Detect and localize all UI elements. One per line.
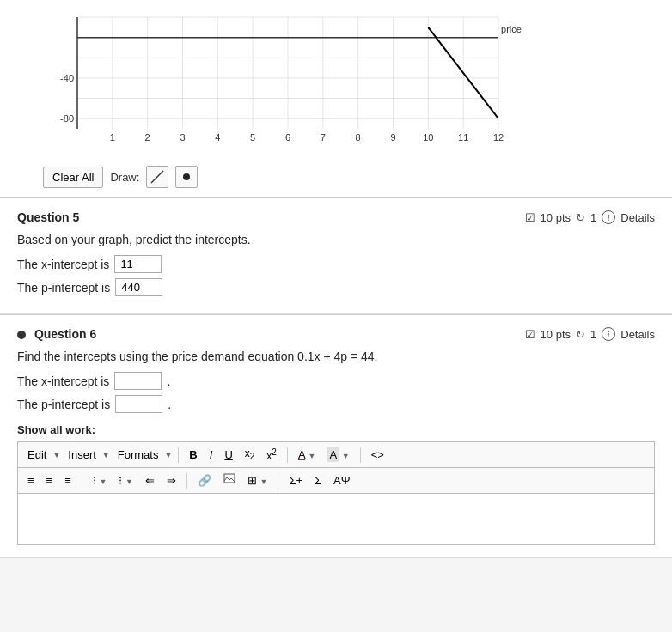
info-icon-5[interactable]: i — [602, 210, 615, 224]
retry-icon-5[interactable]: ↻ — [576, 211, 585, 224]
graph-canvas — [43, 9, 524, 155]
sep-6 — [278, 473, 278, 489]
line-icon — [150, 169, 165, 185]
superscript-button[interactable]: x2 — [262, 446, 281, 464]
highlight-chevron: ▼ — [342, 452, 350, 460]
dot-icon — [179, 169, 194, 185]
insert-button[interactable]: Insert — [64, 447, 101, 463]
sep-2 — [287, 447, 288, 463]
sep-5 — [186, 473, 187, 489]
sep-4 — [82, 473, 82, 489]
checkbox-icon-6: ☑ — [525, 328, 535, 341]
graph-controls: Clear All Draw: — [43, 166, 655, 188]
sigma-plus-button[interactable]: Σ+ — [284, 472, 307, 489]
toolbar-row-2: ≡ ≡ ≡ ⁝ ▼ ⁝ ▼ ⇐ ⇒ 🔗 ⊞ — [17, 468, 655, 494]
q6-p-period: . — [168, 398, 171, 411]
formats-chevron: ▼ — [164, 451, 172, 459]
bullet-list-icon: ⁝ — [93, 474, 96, 487]
toolbar-row-1: Edit ▼ Insert ▼ Formats ▼ B I U x2 x2 A … — [17, 441, 655, 468]
question-5-section: Question 5 ☑ 10 pts ↻ 1 i Details Based … — [0, 198, 672, 314]
q5-x-intercept-input[interactable] — [114, 255, 162, 273]
insert-group: Insert ▼ — [64, 447, 109, 463]
clear-all-button[interactable]: Clear All — [43, 167, 103, 188]
draw-line-tool[interactable] — [146, 166, 168, 188]
align-center-button[interactable]: ≡ — [42, 472, 58, 489]
bullet-list-button[interactable]: ⁝ ▼ — [89, 472, 112, 489]
image-button[interactable] — [219, 471, 240, 489]
font-color-button[interactable]: A ▼ — [294, 447, 321, 463]
link-button[interactable]: 🔗 — [193, 472, 216, 489]
edit-area[interactable] — [17, 494, 655, 545]
edit-group: Edit ▼ — [23, 447, 60, 463]
q5-p-intercept-label: The p-intercept is — [17, 281, 110, 295]
retry-count-5: 1 — [590, 211, 596, 224]
underline-button[interactable]: U — [220, 447, 236, 463]
question-6-title: Question 6 — [34, 327, 96, 341]
q5-x-intercept-row: The x-intercept is — [17, 255, 655, 273]
align-right-button[interactable]: ≡ — [60, 472, 76, 489]
q6-p-intercept-input[interactable] — [115, 395, 162, 413]
svg-line-0 — [151, 171, 163, 183]
indent-button[interactable]: ⇒ — [162, 472, 180, 489]
font-color-chevron: ▼ — [308, 452, 315, 460]
graph-container — [43, 9, 524, 159]
q6-x-intercept-row: The x-intercept is . — [17, 372, 655, 390]
q6-p-intercept-label: The p-intercept is — [17, 398, 110, 411]
draw-dot-tool[interactable] — [175, 166, 198, 188]
question-6-section: Question 6 ☑ 10 pts ↻ 1 i Details Find t… — [0, 315, 672, 558]
question-5-pts: 10 pts — [541, 211, 571, 224]
graph-section: Clear All Draw: — [0, 0, 672, 198]
details-link-6[interactable]: Details — [620, 328, 655, 341]
outdent-button[interactable]: ⇐ — [141, 472, 159, 489]
align-left-button[interactable]: ≡ — [23, 472, 39, 489]
highlight-button[interactable]: A ▼ — [323, 447, 353, 463]
draw-label: Draw: — [110, 171, 139, 184]
sigma-button[interactable]: Σ — [310, 472, 326, 489]
work-section: Show all work: Edit ▼ Insert ▼ Formats ▼… — [17, 423, 655, 545]
details-link-5[interactable]: Details — [620, 211, 655, 224]
question-5-meta: ☑ 10 pts ↻ 1 i Details — [525, 210, 655, 224]
question-6-meta: ☑ 10 pts ↻ 1 i Details — [525, 327, 655, 341]
table-chevron: ▼ — [260, 477, 268, 486]
info-icon-6[interactable]: i — [602, 327, 615, 341]
sep-3 — [360, 447, 361, 463]
formats-group: Formats ▼ — [113, 447, 173, 463]
checkbox-icon: ☑ — [525, 211, 535, 224]
font-color-A: A — [298, 448, 305, 461]
bullet-dot — [17, 331, 26, 339]
table-button[interactable]: ⊞ ▼ — [243, 472, 272, 489]
sep-1 — [178, 447, 179, 463]
code-button[interactable]: <> — [367, 447, 388, 463]
insert-chevron: ▼ — [102, 451, 110, 459]
edit-chevron: ▼ — [52, 451, 60, 459]
formats-button[interactable]: Formats — [113, 447, 163, 463]
question-5-header: Question 5 ☑ 10 pts ↻ 1 i Details — [17, 210, 655, 224]
question-6-header: Question 6 ☑ 10 pts ↻ 1 i Details — [17, 327, 655, 341]
footer-button[interactable]: AΨ — [329, 472, 355, 489]
show-work-label: Show all work: — [17, 423, 655, 436]
svg-point-1 — [183, 173, 190, 180]
q5-p-intercept-input[interactable] — [115, 278, 162, 296]
image-icon — [223, 473, 235, 485]
question-6-body: Find the intercepts using the price dema… — [17, 349, 655, 363]
question-5-body: Based on your graph, predict the interce… — [17, 233, 655, 246]
numbered-list-button[interactable]: ⁝ ▼ — [114, 472, 137, 489]
q6-x-intercept-input[interactable] — [114, 372, 162, 390]
q6-p-intercept-row: The p-intercept is . — [17, 395, 655, 413]
question-6-pts: 10 pts — [541, 328, 571, 341]
italic-button[interactable]: I — [205, 447, 217, 463]
q5-x-intercept-label: The x-intercept is — [17, 258, 109, 271]
highlight-A: A — [327, 447, 339, 462]
q6-x-intercept-label: The x-intercept is — [17, 374, 109, 388]
retry-icon-6[interactable]: ↻ — [576, 328, 585, 341]
bold-button[interactable]: B — [185, 447, 201, 463]
num-chevron: ▼ — [125, 477, 133, 486]
retry-count-6: 1 — [590, 328, 596, 341]
subscript-button[interactable]: x2 — [241, 446, 260, 463]
edit-button[interactable]: Edit — [23, 447, 51, 463]
bullet-chevron: ▼ — [99, 477, 107, 486]
table-icon: ⊞ — [247, 474, 257, 487]
q6-x-period: . — [167, 374, 170, 388]
question-6-title-row: Question 6 — [17, 327, 96, 341]
q5-p-intercept-row: The p-intercept is — [17, 278, 655, 296]
